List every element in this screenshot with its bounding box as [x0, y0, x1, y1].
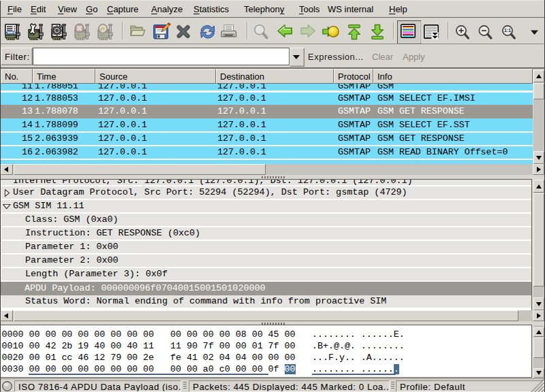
svg-text:1:1: 1:1: [504, 28, 511, 33]
